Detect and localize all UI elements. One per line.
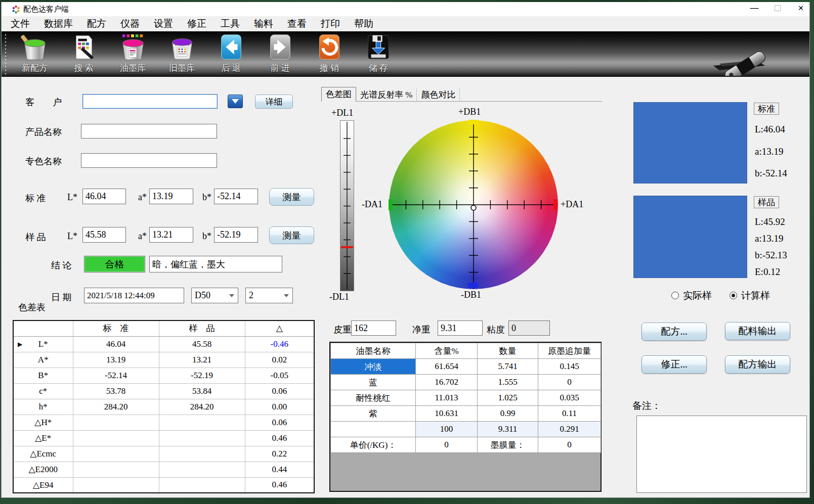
calculated-sample-radio[interactable] [730, 292, 737, 299]
ink-formula-table: 油墨名称 含量% 数量 原墨追加量 冲淡 61.654 5.741 0.145 … [329, 342, 602, 492]
calculated-sample-label: 计算样 [741, 289, 770, 302]
ink-film-label: 墨膜量： [478, 437, 538, 453]
tare-weight-input[interactable] [351, 320, 396, 336]
measure-sample-button[interactable]: 测量 [269, 226, 314, 244]
table-row[interactable]: c*53.78 53.840.06 [13, 383, 314, 399]
menu-instrument[interactable]: 仪器 [113, 17, 147, 31]
customer-input[interactable] [82, 94, 218, 109]
table-row[interactable]: ▶L* 46.04 45.58 -0.46 [13, 336, 314, 352]
forward-button[interactable]: 前 进 [255, 31, 305, 76]
net-weight-label: 净重 [412, 324, 431, 336]
toolbar-gripper [4, 33, 9, 75]
menu-formula[interactable]: 配方 [80, 17, 113, 31]
tab-color-diff-chart[interactable]: 色差图 [321, 87, 356, 102]
da-negative-marker [389, 199, 393, 210]
diagram-crosshair-overlay [321, 102, 602, 304]
sample-b-input[interactable] [214, 227, 258, 243]
correct-button[interactable]: 修正... [641, 355, 707, 374]
back-button[interactable]: 后 退 [206, 31, 255, 76]
ink-row[interactable]: 紫10.631 0.990.11 [331, 406, 601, 422]
spectrophotometer-image [703, 1, 794, 76]
tab-color-compare[interactable]: 颜色对比 [417, 88, 460, 101]
menu-feed[interactable]: 输料 [247, 17, 280, 31]
viscosity-input[interactable] [508, 320, 550, 336]
menu-print[interactable]: 打印 [314, 17, 347, 31]
forward-arrow-icon [266, 31, 294, 62]
standard-chip: 标准 [754, 103, 779, 115]
color-difference-table: 标 准 样 品 △ ▶L* 46.04 45.58 -0.46 A*13.19 … [13, 320, 315, 493]
title-bar: 配色达客户端 [2, 2, 809, 16]
actual-sample-radio[interactable] [671, 292, 679, 299]
header-standard: 标 准 [73, 320, 159, 336]
spot-color-input[interactable] [81, 153, 217, 168]
viscosity-label: 粘度 [487, 324, 505, 336]
illuminant-select[interactable]: D50 [191, 288, 238, 303]
sample-a-input[interactable] [149, 227, 193, 243]
customer-label: 客 户 [25, 96, 62, 108]
remark-textarea[interactable] [636, 416, 807, 493]
conclusion-pass-badge: 合格 [84, 256, 145, 272]
db-negative-marker [468, 283, 478, 288]
ink-row[interactable]: 耐性桃红11.013 1.0250.035 [331, 390, 601, 406]
sample-e-value: E:0.12 [755, 266, 780, 278]
chevron-down-icon [284, 294, 289, 297]
ink-row-selected[interactable]: 冲淡 61.654 5.741 0.145 [331, 359, 601, 375]
new-formula-button[interactable]: 新配方 [10, 31, 59, 76]
detail-button[interactable]: 详细 [255, 95, 293, 109]
menu-correction[interactable]: 修正 [180, 17, 213, 31]
toolbar-label: 搜 索 [74, 62, 93, 74]
standard-a-input[interactable] [149, 189, 193, 204]
observer-select[interactable]: 2 [245, 288, 293, 303]
menu-settings[interactable]: 设置 [147, 17, 180, 31]
save-button[interactable]: 储 存 [354, 31, 403, 76]
unit-price-label: 单价(/KG)： [331, 437, 416, 453]
spot-color-label: 专色名称 [25, 155, 62, 167]
ink-row[interactable]: 蓝16.702 1.5550 [331, 375, 601, 390]
table-row[interactable]: h*284.20 284.200.00 [13, 399, 314, 415]
product-name-input[interactable] [81, 124, 217, 139]
standard-l-input[interactable] [82, 189, 126, 204]
customer-dropdown-button[interactable] [228, 95, 243, 108]
sample-l-input[interactable] [82, 227, 126, 243]
measure-standard-button[interactable]: 测量 [269, 188, 314, 206]
formula-button[interactable]: 配方... [641, 323, 707, 341]
formula-output-button[interactable]: 配方输出 [725, 355, 790, 374]
window-title: 配色达客户端 [23, 5, 69, 14]
menu-file[interactable]: 文件 [4, 17, 37, 31]
table-row[interactable]: △E* 0.46 [13, 430, 314, 446]
tare-weight-label: 皮重 [333, 324, 352, 336]
illuminant-value: D50 [195, 290, 210, 301]
table-row[interactable]: △H* 0.06 [13, 415, 314, 430]
menu-help[interactable]: 帮助 [347, 17, 380, 31]
standard-a-label: a* [138, 192, 147, 203]
menu-view[interactable]: 查看 [280, 17, 314, 31]
undo-button[interactable]: 撤 销 [305, 31, 354, 76]
net-weight-input[interactable] [438, 320, 483, 336]
table-row[interactable]: △Ecmc 0.22 [13, 446, 314, 462]
date-input[interactable] [84, 288, 184, 303]
sample-position-marker [471, 205, 476, 210]
table-row[interactable]: △E94 0.46 [13, 477, 314, 493]
table-row[interactable]: A*13.19 13.210.02 [13, 352, 314, 368]
ink-library-button[interactable]: 油墨库 [108, 31, 157, 76]
search-button[interactable]: 搜 索 [59, 31, 108, 76]
sample-chip: 样品 [754, 196, 779, 208]
tab-spectral-reflectance[interactable]: 光谱反射率 % [356, 88, 417, 101]
table-header-row: 标 准 样 品 △ [13, 320, 314, 336]
menu-database[interactable]: 数据库 [37, 17, 80, 31]
toolbar-label: 储 存 [368, 62, 388, 74]
standard-b-value: b:-52.14 [755, 168, 787, 179]
back-arrow-icon [217, 31, 245, 62]
app-logo-icon [12, 5, 20, 14]
toolbar-label: 旧墨库 [169, 62, 195, 74]
table-row[interactable]: B*-52.14 -52.19-0.05 [13, 368, 314, 383]
standard-b-input[interactable] [214, 189, 258, 204]
floppy-save-icon [364, 31, 393, 62]
menu-tools[interactable]: 工具 [213, 17, 247, 31]
old-ink-library-button[interactable]: 旧墨库 [157, 31, 206, 76]
material-output-button[interactable]: 配料输出 [725, 322, 790, 340]
table-row[interactable]: △E2000 0.44 [13, 462, 314, 477]
dropdown-arrow-icon [232, 99, 239, 104]
observer-value: 2 [249, 290, 253, 301]
desktop: 配色达客户端 — × 文件 数据库 配方 仪器 设置 修正 工具 输料 查看 打… [0, 0, 814, 504]
